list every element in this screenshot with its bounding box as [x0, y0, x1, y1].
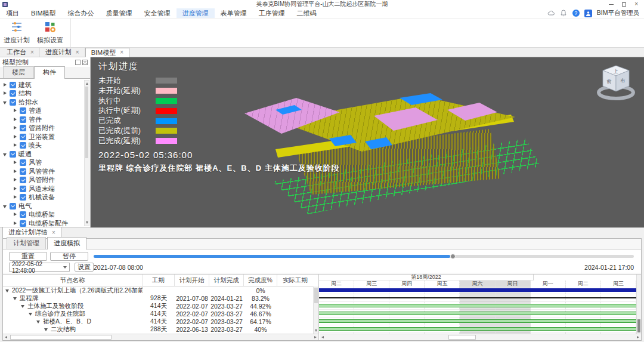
scroll-down-icon[interactable] — [315, 329, 317, 332]
column-header-percent[interactable]: 完成度% — [244, 275, 277, 286]
gantt-bar-task[interactable] — [319, 304, 636, 307]
float-panel-icon[interactable] — [75, 60, 80, 65]
scrollbar-thumb[interactable] — [314, 288, 318, 303]
menu-item-bim-model[interactable]: BIM模型 — [25, 8, 62, 18]
table-row[interactable]: 2022一级施工计划上墙（2.26调版式用2.26加前期） 0% — [3, 286, 313, 294]
tab-progress-simulation[interactable]: 进度模拟 — [47, 237, 86, 249]
avatar[interactable] — [584, 10, 592, 17]
reset-button[interactable]: 重置 — [9, 252, 47, 261]
column-header-finish[interactable]: 计划完成 — [209, 275, 244, 286]
tree-item[interactable]: 喷头 — [0, 141, 90, 150]
user-name[interactable]: BIM平台管理员 — [597, 9, 639, 17]
expander-icon[interactable] — [13, 212, 17, 217]
checkbox[interactable] — [20, 186, 26, 192]
expander-icon[interactable] — [13, 195, 17, 199]
tree-item[interactable]: 风管附件 — [0, 176, 90, 185]
scroll-down-icon[interactable] — [86, 221, 88, 224]
tree-item[interactable]: 管道 — [0, 107, 90, 116]
menu-item-forms[interactable]: 表单管理 — [215, 8, 253, 18]
expander-icon[interactable] — [36, 319, 41, 323]
expander-icon[interactable] — [3, 83, 7, 87]
gantt-vertical-scrollbar[interactable] — [636, 275, 641, 334]
expander-icon[interactable] — [13, 109, 17, 113]
datetime-select[interactable]: 2022-05-02 12:48:00 — [9, 263, 70, 272]
gantt-bar-task[interactable] — [319, 319, 636, 323]
close-icon[interactable]: × — [120, 50, 123, 56]
pause-button[interactable]: 暂停 — [50, 252, 88, 261]
table-vertical-scrollbar[interactable] — [313, 286, 318, 334]
checkbox[interactable] — [20, 220, 26, 227]
expander-icon[interactable] — [29, 312, 33, 316]
checkbox[interactable] — [20, 116, 26, 123]
close-icon[interactable]: × — [634, 1, 638, 7]
menu-item-progress[interactable]: 进度管理 — [177, 8, 215, 18]
table-row[interactable]: 主体施工及验收阶段 414天 2022-02-07 2023-03-27 44.… — [3, 302, 313, 310]
tree-item[interactable]: 风管 — [0, 159, 90, 168]
tab-plan-management[interactable]: 计划管理 — [7, 237, 46, 249]
column-header-start[interactable]: 计划开始 — [175, 275, 209, 286]
expander-icon[interactable] — [13, 143, 17, 147]
expander-icon[interactable] — [13, 170, 17, 174]
checkbox[interactable] — [20, 159, 26, 166]
checkbox[interactable] — [10, 82, 16, 88]
tree-item[interactable]: 管件 — [0, 115, 90, 124]
column-header-duration[interactable]: 工期 — [143, 275, 175, 286]
settings-button[interactable]: 设置 — [75, 263, 94, 272]
checkbox[interactable] — [20, 177, 26, 183]
cloud-icon[interactable] — [547, 10, 555, 17]
expander-icon[interactable] — [13, 135, 17, 139]
expander-icon[interactable] — [3, 204, 7, 208]
gantt-chart[interactable]: 第18周/2022 周二 周三 周四 周五 周六 周日 周一 周二 周三 — [319, 275, 641, 334]
expander-icon[interactable] — [3, 91, 7, 95]
checkbox[interactable] — [20, 211, 26, 218]
checkbox[interactable] — [10, 90, 16, 97]
gantt-bar-milestone[interactable] — [319, 297, 636, 298]
close-icon[interactable]: × — [76, 50, 79, 56]
scroll-up-icon[interactable] — [86, 82, 88, 85]
menu-item-safety[interactable]: 安全管理 — [138, 8, 177, 18]
scrollbar-thumb[interactable] — [448, 335, 476, 340]
expander-icon[interactable] — [13, 187, 17, 191]
close-panel-icon[interactable] — [82, 60, 88, 65]
tree-item[interactable]: 风道末端 — [0, 184, 90, 193]
tree-item[interactable]: 机械设备 — [0, 193, 90, 202]
table-row[interactable]: 裙楼A、E、B、D 414天 2022-02-07 2023-03-27 64.… — [3, 318, 313, 325]
scrollbar-thumb[interactable] — [85, 87, 88, 158]
checkbox[interactable] — [20, 168, 26, 175]
tree-item[interactable]: 风管管件 — [0, 167, 90, 176]
checkbox[interactable] — [20, 107, 26, 114]
menu-item-process[interactable]: 工序管理 — [253, 8, 291, 18]
tree-item[interactable]: 电缆桥架 — [0, 211, 90, 220]
scroll-right-icon[interactable] — [314, 336, 317, 338]
expander-icon[interactable] — [13, 296, 17, 300]
gantt-bar-task[interactable] — [319, 312, 636, 315]
tab-bim-model[interactable]: BIM模型 × — [85, 48, 129, 57]
tree-item[interactable]: 电气 — [0, 202, 90, 211]
tree-item[interactable]: 电缆桥架配件 — [0, 219, 90, 227]
table-row[interactable]: 综合诊疗及住院部 414天 2022-02-07 2023-03-27 46.6… — [3, 310, 313, 318]
checkbox[interactable] — [20, 125, 26, 131]
tab-floors[interactable]: 楼层 — [3, 66, 34, 78]
column-header-name[interactable]: 节点名称 — [3, 275, 143, 286]
gantt-horizontal-scrollbar[interactable] — [320, 334, 641, 340]
minimize-icon[interactable] — [609, 4, 614, 5]
view-cube[interactable]: 上 前 右 — [595, 62, 637, 103]
expander-icon[interactable] — [3, 100, 7, 104]
timeline-slider[interactable] — [94, 255, 634, 258]
tab-workbench[interactable]: 工作台 × — [1, 48, 40, 57]
checkbox[interactable] — [20, 194, 26, 201]
expander-icon[interactable] — [5, 288, 10, 292]
checkbox[interactable] — [10, 151, 16, 158]
column-header-actual[interactable]: 实际工期 — [277, 275, 313, 286]
tab-progress-plan[interactable]: 进度计划 × — [40, 48, 85, 57]
table-row[interactable]: 里程牌 928天 2021-07-08 2024-01-21 83.2% — [3, 294, 313, 302]
checkbox[interactable] — [20, 134, 26, 140]
tree-scrollbar[interactable] — [84, 80, 89, 226]
tree-item[interactable]: 暖通 — [0, 150, 90, 159]
checkbox[interactable] — [20, 142, 26, 149]
table-horizontal-scrollbar[interactable] — [3, 334, 319, 340]
gantt-bar-summary[interactable] — [319, 288, 636, 292]
scrollbar-thumb[interactable] — [637, 319, 640, 332]
expander-icon[interactable] — [13, 221, 17, 226]
progress-plan-button[interactable]: 进度计划 — [0, 19, 33, 47]
